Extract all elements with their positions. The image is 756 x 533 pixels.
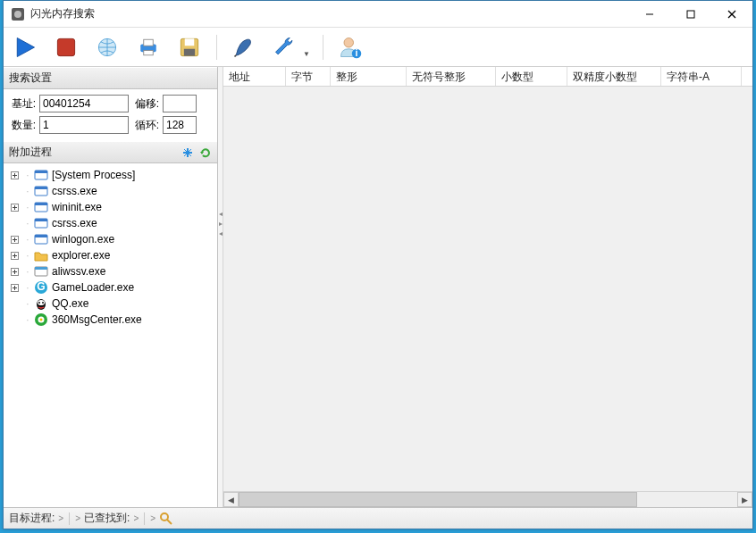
svg-point-16 — [344, 37, 354, 47]
refresh-icon[interactable] — [199, 146, 212, 159]
offset-label: 偏移: — [132, 96, 159, 112]
expand-all-icon[interactable] — [181, 146, 194, 159]
expander-plus-icon[interactable] — [9, 234, 20, 245]
process-list-label: 附加进程 — [9, 145, 52, 160]
content-area: 搜索设置 基址: 偏移: 数量: 循环: 附加进程 — [4, 67, 752, 507]
process-name: aliwssv.exe — [52, 265, 105, 278]
toolbar-separator — [323, 35, 323, 60]
process-name: csrss.exe — [52, 185, 97, 197]
globe-button[interactable] — [93, 33, 122, 62]
grid-body[interactable] — [223, 87, 752, 491]
expander-plus-icon[interactable] — [9, 282, 20, 293]
360-icon — [34, 312, 48, 327]
scroll-right-button[interactable]: ▶ — [737, 492, 752, 507]
loop-label: 循环: — [132, 118, 159, 133]
column-header[interactable]: 无符号整形 — [407, 67, 496, 86]
column-header[interactable]: 字符串-A — [661, 67, 742, 86]
splitter-left-icon: ◂ — [219, 210, 223, 218]
svg-point-62 — [40, 319, 43, 321]
svg-rect-28 — [35, 171, 47, 173]
tree-connector — [9, 218, 20, 229]
app-window: 闪光内存搜索 ▼ i — [3, 0, 753, 529]
run-button[interactable] — [11, 33, 39, 62]
process-name: [System Process] — [52, 169, 135, 181]
process-tree-item[interactable]: ·csrss.exe — [5, 183, 217, 199]
process-name: csrss.exe — [52, 217, 97, 229]
process-tree[interactable]: ·[System Process]·csrss.exe·wininit.exe·… — [4, 163, 217, 507]
process-tree-item[interactable]: ·[System Process] — [5, 167, 217, 183]
column-header[interactable]: 字节 — [286, 67, 331, 86]
svg-point-58 — [38, 302, 40, 304]
tools-button[interactable] — [271, 33, 299, 62]
chevron-icon: > — [58, 513, 63, 523]
base-label: 基址: — [9, 96, 36, 112]
search-icon[interactable] — [159, 512, 173, 526]
process-tree-item[interactable]: ·360MsgCenter.exe — [5, 312, 217, 328]
expander-plus-icon[interactable] — [9, 250, 20, 261]
process-name: explorer.exe — [52, 249, 110, 262]
search-settings-header: 搜索设置 — [4, 67, 217, 89]
count-label: 数量: — [9, 118, 36, 133]
print-button[interactable] — [134, 33, 163, 62]
svg-marker-23 — [200, 152, 204, 154]
svg-rect-50 — [35, 267, 47, 270]
svg-rect-7 — [57, 38, 74, 55]
minimize-button[interactable] — [629, 1, 670, 28]
svg-rect-14 — [184, 48, 195, 55]
titlebar: 闪光内存搜索 — [4, 1, 752, 28]
splitter-left-icon: ◂ — [219, 229, 223, 237]
process-tree-item[interactable]: ·explorer.exe — [5, 247, 217, 263]
column-header[interactable]: 整形 — [331, 67, 407, 86]
scroll-track[interactable] — [239, 492, 737, 507]
tree-connector — [9, 314, 20, 325]
search-settings-label: 搜索设置 — [9, 71, 52, 86]
base-input[interactable] — [39, 95, 129, 112]
stop-button[interactable] — [52, 33, 80, 62]
save-button[interactable] — [175, 33, 204, 62]
scroll-left-button[interactable]: ◀ — [223, 492, 239, 507]
svg-rect-11 — [144, 50, 154, 54]
scroll-thumb[interactable] — [239, 492, 637, 507]
close-button[interactable] — [711, 1, 752, 28]
loop-input[interactable] — [163, 116, 197, 134]
expander-plus-icon[interactable] — [9, 170, 20, 180]
process-tree-item[interactable]: ·GGameLoader.exe — [5, 279, 217, 296]
chevron-icon: > — [75, 513, 80, 523]
horizontal-scrollbar[interactable]: ◀ ▶ — [223, 491, 752, 507]
tools-dropdown-icon[interactable]: ▼ — [303, 50, 310, 58]
found-label: 已查找到: — [84, 511, 130, 526]
chevron-icon: > — [150, 513, 155, 523]
svg-text:i: i — [355, 46, 357, 57]
target-process-label: 目标进程: — [9, 511, 55, 526]
maximize-button[interactable] — [670, 1, 711, 28]
column-header[interactable]: 地址 — [223, 67, 286, 86]
qq-icon — [34, 296, 48, 311]
svg-line-15 — [235, 54, 237, 56]
svg-rect-35 — [35, 203, 47, 205]
count-input[interactable] — [39, 116, 129, 134]
svg-rect-37 — [35, 219, 47, 221]
offset-input[interactable] — [163, 95, 197, 112]
expander-plus-icon[interactable] — [9, 266, 20, 277]
process-tree-item[interactable]: ·aliwssv.exe — [5, 263, 217, 279]
explorer-icon — [34, 248, 48, 262]
proc-icon — [34, 232, 48, 246]
svg-point-59 — [42, 302, 44, 304]
toolbar: ▼ i — [4, 28, 752, 67]
edit-button[interactable] — [230, 33, 258, 62]
expander-plus-icon[interactable] — [9, 202, 20, 212]
user-info-button[interactable]: i — [336, 33, 365, 62]
process-tree-item[interactable]: ·csrss.exe — [5, 215, 217, 231]
tree-connector — [9, 298, 20, 309]
svg-rect-13 — [185, 38, 195, 46]
statusbar: 目标进程: > > 已查找到: > > — [4, 507, 752, 529]
svg-rect-3 — [687, 11, 694, 18]
game-icon: G — [34, 280, 48, 295]
column-header[interactable]: 双精度小数型 — [567, 67, 661, 86]
process-tree-item[interactable]: ·winlogon.exe — [5, 231, 217, 247]
column-header[interactable]: 小数型 — [496, 67, 567, 86]
process-tree-item[interactable]: ·QQ.exe — [5, 296, 217, 312]
svg-rect-10 — [144, 39, 154, 46]
process-tree-item[interactable]: ·wininit.exe — [5, 199, 217, 215]
right-pane: 地址字节整形无符号整形小数型双精度小数型字符串-A ◀ ▶ — [223, 67, 752, 507]
